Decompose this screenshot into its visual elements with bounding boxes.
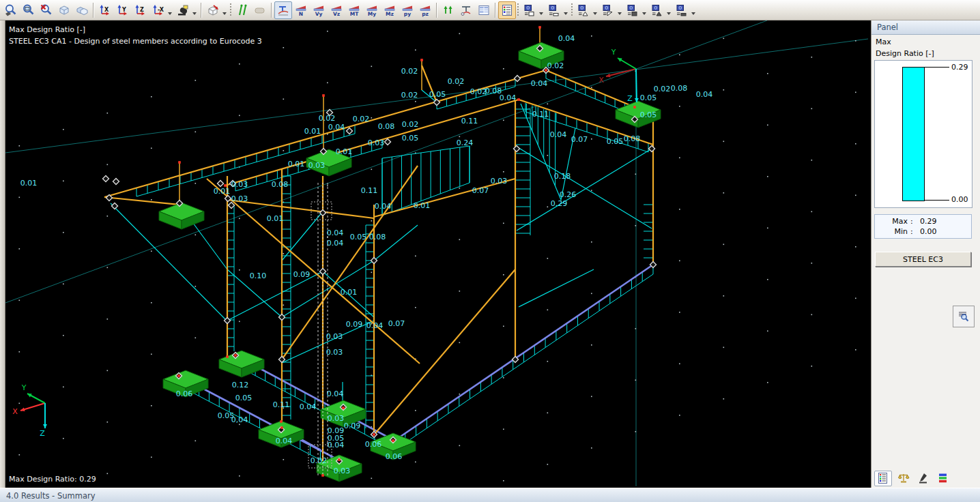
svg-text:0.08: 0.08 (369, 233, 386, 241)
dropdown-caret-icon[interactable] (168, 12, 172, 15)
isometric-view-button[interactable] (55, 1, 73, 19)
zoom-window-button[interactable] (20, 1, 38, 19)
support-moments-button[interactable] (457, 1, 475, 19)
find-result-button[interactable] (953, 306, 975, 327)
display-option-button-2[interactable] (545, 1, 563, 19)
display-option-button-3[interactable] (575, 1, 592, 19)
result-vz-button[interactable]: Vz (328, 1, 345, 19)
zoom-off-button[interactable] (38, 1, 55, 19)
svg-text:0.04: 0.04 (328, 123, 345, 132)
view-in-y-button[interactable]: Y (114, 1, 132, 19)
svg-text:Y: Y (121, 7, 126, 13)
dropdown-caret-icon[interactable] (618, 12, 622, 15)
view-in-z-button[interactable]: Z (132, 1, 149, 19)
dropdown-caret-icon[interactable] (642, 12, 646, 15)
result-n-button[interactable]: N (292, 1, 310, 19)
svg-text:Mz: Mz (386, 11, 394, 17)
zoom-pan-button[interactable] (2, 1, 20, 19)
svg-text:0.05: 0.05 (640, 93, 657, 102)
result-vy-button[interactable]: Vy (310, 1, 328, 19)
svg-text:0.18: 0.18 (554, 172, 571, 181)
svg-text:0.06: 0.06 (176, 389, 193, 398)
svg-text:0.05: 0.05 (350, 233, 367, 241)
svg-text:0.11: 0.11 (461, 117, 478, 126)
svg-text:0.02: 0.02 (401, 67, 418, 76)
panel-tab-factors[interactable] (895, 471, 912, 486)
dropdown-caret-icon[interactable] (192, 12, 197, 15)
max-value: 0.29 (920, 216, 950, 226)
show-deformation-button[interactable] (274, 1, 292, 19)
result-mt-button[interactable]: MT (345, 1, 363, 19)
svg-text:0.03: 0.03 (231, 194, 248, 203)
panel-tab-color-spectrum[interactable] (874, 471, 892, 486)
svg-text:0.26: 0.26 (560, 190, 577, 199)
scale-tick-top (924, 67, 949, 68)
result-tables-button[interactable] (475, 1, 493, 19)
dropdown-caret-icon[interactable] (593, 12, 597, 15)
svg-text:0.12: 0.12 (232, 381, 249, 389)
dropdown-caret-icon[interactable] (667, 12, 671, 15)
panel-tab-colors[interactable] (935, 471, 951, 486)
view-in-minus-x-button[interactable]: -X (149, 1, 167, 19)
svg-text:0.24: 0.24 (457, 138, 474, 147)
svg-text:Z: Z (40, 429, 45, 438)
display-option-button-6[interactable] (648, 1, 666, 19)
dropdown-caret-icon[interactable] (539, 12, 543, 15)
color-scale-bar[interactable] (902, 67, 925, 201)
svg-text:0.04: 0.04 (327, 239, 344, 248)
display-option-button-1[interactable] (521, 1, 538, 19)
support-reactions-button[interactable] (439, 1, 457, 19)
result-pz-button[interactable]: pz (416, 1, 434, 19)
toolbar-grip (230, 3, 232, 17)
view-in-x-button[interactable]: X (96, 1, 114, 19)
dimension-button[interactable] (251, 1, 269, 19)
status-text: 4.0 Results - Summary (6, 491, 96, 501)
dropdown-caret-icon[interactable] (222, 12, 227, 15)
svg-text:0.04: 0.04 (366, 321, 384, 330)
svg-text:N: N (299, 11, 303, 17)
result-my-button[interactable]: My (363, 1, 381, 19)
panel-title[interactable]: Panel (871, 20, 980, 35)
model-scene[interactable]: XYZXYZ0.020.020.050.020.040.020.040.020.… (5, 20, 871, 488)
svg-text:0.08: 0.08 (671, 84, 688, 93)
min-label: Min (875, 226, 910, 237)
svg-text:0.04: 0.04 (276, 437, 293, 445)
color-scale-box[interactable]: 0.29 0.00 (874, 60, 972, 208)
application-window: XYZ-XNVyVzMTMyMzpypz XYZXYZ0.020.020.050… (0, 0, 980, 502)
svg-text:0.02: 0.02 (401, 91, 418, 100)
svg-text:0.04: 0.04 (531, 79, 548, 88)
results-panel: Panel Max Design Ratio [-] 0.29 0.00 Max… (871, 20, 980, 488)
dropdown-caret-icon[interactable] (564, 12, 568, 15)
visibility-mode-button[interactable] (204, 1, 222, 19)
display-option-button-5[interactable] (624, 1, 642, 19)
display-option-button-4[interactable] (599, 1, 617, 19)
result-overlay-title: Max Design Ratio [-] STEEL EC3 CA1 - Des… (9, 24, 262, 47)
svg-text:0.06: 0.06 (386, 452, 403, 461)
toolbar-separator (495, 3, 496, 18)
main-area: XYZXYZ0.020.020.050.020.040.020.040.020.… (0, 20, 980, 488)
panel-tab-filter[interactable] (915, 471, 932, 486)
svg-text:0,04: 0,04 (231, 415, 248, 424)
scale-min-label: 0.00 (951, 195, 968, 204)
overlay-line-2: STEEL EC3 CA1 - Design of steel members … (9, 35, 262, 47)
svg-text:0.01: 0.01 (267, 214, 284, 223)
svg-text:Vy: Vy (315, 11, 323, 17)
svg-text:-X: -X (158, 7, 164, 13)
result-mz-button[interactable]: Mz (381, 1, 399, 19)
panel-toggle-button[interactable] (498, 1, 516, 19)
svg-text:0.05: 0.05 (607, 137, 624, 146)
svg-text:0.11: 0.11 (532, 110, 549, 119)
svg-text:0.05: 0.05 (640, 110, 657, 119)
scale-tick-bottom (924, 200, 949, 201)
steel-ec3-button[interactable]: STEEL EC3 (875, 252, 971, 267)
svg-text:0.04: 0.04 (550, 130, 567, 139)
result-py-button[interactable]: py (399, 1, 416, 19)
perspective-view-button[interactable] (73, 1, 91, 19)
new-member-button[interactable] (233, 1, 251, 19)
status-bar: 4.0 Results - Summary (0, 488, 980, 502)
display-option-button-7[interactable] (673, 1, 691, 19)
viewport-3d[interactable]: XYZXYZ0.020.020.050.020.040.020.040.020.… (5, 20, 871, 488)
window-edge (0, 20, 5, 488)
default-view-button[interactable] (174, 1, 192, 19)
dropdown-caret-icon[interactable] (691, 12, 695, 15)
